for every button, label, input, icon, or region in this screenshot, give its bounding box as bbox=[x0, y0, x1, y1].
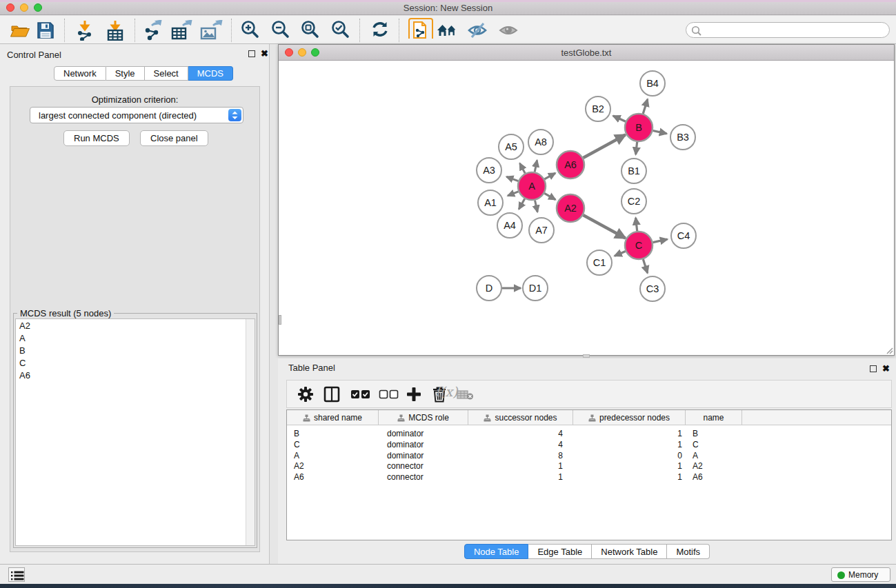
table-row[interactable]: Cdominator41C bbox=[287, 439, 891, 450]
table-cell[interactable]: 1 bbox=[573, 472, 686, 483]
tab-edge-table[interactable]: Edge Table bbox=[528, 544, 592, 559]
tab-network-table[interactable]: Network Table bbox=[592, 544, 667, 559]
table-cell[interactable]: dominator bbox=[379, 450, 468, 461]
graph-edge-C-C1[interactable] bbox=[615, 251, 626, 256]
mcds-result-list[interactable]: A2ABCA6 bbox=[15, 318, 255, 546]
show-eye-icon[interactable] bbox=[497, 20, 521, 41]
network-document-icon[interactable] bbox=[408, 18, 433, 39]
resize-grip-icon[interactable] bbox=[886, 347, 893, 354]
import-table-icon[interactable] bbox=[105, 20, 126, 41]
export-table-icon[interactable] bbox=[170, 20, 192, 41]
graph-node-A2[interactable]: A2 bbox=[557, 194, 584, 222]
tab-motifs[interactable]: Motifs bbox=[667, 544, 710, 559]
home-networks-icon[interactable] bbox=[436, 20, 459, 41]
graph-node-B1[interactable]: B1 bbox=[621, 159, 646, 183]
add-icon[interactable] bbox=[405, 385, 423, 403]
tab-node-table[interactable]: Node Table bbox=[464, 544, 529, 559]
column-header-name[interactable]: name bbox=[686, 410, 742, 425]
graph-edge-B-B4[interactable] bbox=[643, 99, 648, 114]
graph-node-C3[interactable]: C3 bbox=[640, 276, 665, 301]
table-cell[interactable]: A6 bbox=[686, 472, 742, 483]
table-cell[interactable]: dominator bbox=[379, 439, 468, 450]
table-cell[interactable]: A bbox=[287, 450, 379, 461]
graph-edge-B-B1[interactable] bbox=[636, 142, 637, 154]
table-cell[interactable]: 8 bbox=[468, 450, 573, 461]
graph-node-B2[interactable]: B2 bbox=[586, 97, 610, 121]
table-cell[interactable]: C bbox=[686, 439, 742, 450]
open-folder-icon[interactable] bbox=[10, 20, 30, 41]
network-graph[interactable]: B4B2BB3A8A5A6A3B1AC2A1A2A4A7C4CC1DD1C3 bbox=[279, 61, 893, 355]
graph-node-A3[interactable]: A3 bbox=[477, 158, 501, 183]
table-cell[interactable]: A bbox=[686, 450, 742, 461]
graph-node-D[interactable]: D bbox=[477, 276, 501, 301]
graph-node-A1[interactable]: A1 bbox=[478, 190, 503, 215]
close-panel-button[interactable]: Close panel bbox=[140, 130, 208, 146]
search-input[interactable] bbox=[704, 23, 884, 37]
graph-node-C4[interactable]: C4 bbox=[671, 223, 696, 248]
task-history-button[interactable] bbox=[8, 567, 25, 582]
table-cell[interactable]: connector bbox=[379, 472, 468, 483]
zoom-fit-icon[interactable] bbox=[300, 20, 321, 41]
graph-node-A6[interactable]: A6 bbox=[557, 151, 584, 179]
table-cell[interactable]: 4 bbox=[468, 439, 573, 450]
deselect-all-icon[interactable] bbox=[379, 389, 399, 399]
table-cell[interactable]: connector bbox=[379, 460, 468, 472]
result-list-item[interactable]: A2 bbox=[16, 319, 255, 332]
graph-node-D1[interactable]: D1 bbox=[523, 276, 548, 301]
result-list-item[interactable]: C bbox=[16, 356, 255, 369]
close-table-panel-icon[interactable]: ✖ bbox=[882, 363, 890, 374]
graph-node-A8[interactable]: A8 bbox=[528, 130, 553, 154]
graph-node-C2[interactable]: C2 bbox=[621, 189, 646, 214]
result-list-item[interactable]: A bbox=[16, 332, 255, 344]
table-cell[interactable]: 0 bbox=[573, 450, 686, 461]
zoom-in-icon[interactable] bbox=[240, 20, 261, 41]
graph-edge-A2-C[interactable] bbox=[583, 215, 625, 238]
export-image-icon[interactable] bbox=[199, 20, 223, 41]
tab-network[interactable]: Network bbox=[54, 66, 106, 81]
gear-icon[interactable] bbox=[297, 385, 315, 403]
save-icon[interactable] bbox=[36, 20, 55, 41]
graph-edge-A6-B[interactable] bbox=[583, 135, 625, 158]
tab-style[interactable]: Style bbox=[106, 66, 145, 81]
tab-select[interactable]: Select bbox=[145, 66, 188, 81]
graph-node-B3[interactable]: B3 bbox=[670, 125, 695, 150]
table-cell[interactable]: B bbox=[287, 428, 379, 439]
graph-edge-A-A1[interactable] bbox=[508, 192, 518, 196]
select-all-icon[interactable] bbox=[350, 389, 371, 399]
graph-node-B4[interactable]: B4 bbox=[640, 71, 665, 96]
table-cell[interactable]: A6 bbox=[287, 472, 379, 483]
graph-edge-A-A2[interactable] bbox=[544, 193, 555, 199]
memory-button[interactable]: Memory bbox=[831, 567, 890, 582]
delete-table-icon[interactable] bbox=[457, 389, 475, 401]
function-icon[interactable]: f(x) bbox=[435, 384, 458, 399]
refresh-icon[interactable] bbox=[370, 20, 390, 41]
result-list-item[interactable]: B bbox=[16, 344, 255, 356]
table-cell[interactable]: A2 bbox=[287, 460, 379, 472]
close-panel-icon[interactable]: ✖ bbox=[261, 48, 268, 59]
graph-edge-A-A5[interactable] bbox=[520, 163, 526, 174]
graph-node-A5[interactable]: A5 bbox=[499, 134, 524, 159]
graph-edge-A-A7[interactable] bbox=[535, 201, 537, 212]
result-list-item[interactable]: A6 bbox=[16, 369, 255, 381]
graph-edge-A-A4[interactable] bbox=[519, 199, 525, 209]
hide-eye-icon[interactable] bbox=[466, 20, 490, 41]
table-cell[interactable]: 1 bbox=[468, 460, 573, 472]
network-canvas[interactable]: B4B2BB3A8A5A6A3B1AC2A1A2A4A7C4CC1DD1C3 bbox=[279, 61, 893, 355]
table-cell[interactable]: 4 bbox=[468, 428, 573, 439]
column-header-successor-nodes[interactable]: successor nodes bbox=[468, 410, 573, 425]
search-field[interactable] bbox=[686, 22, 890, 38]
table-cell[interactable]: dominator bbox=[379, 428, 468, 439]
zoom-selected-icon[interactable] bbox=[330, 20, 351, 41]
graph-node-C1[interactable]: C1 bbox=[587, 250, 612, 275]
graph-edge-C-C3[interactable] bbox=[643, 259, 647, 273]
column-header-shared-name[interactable]: shared name bbox=[287, 410, 379, 425]
column-icon[interactable] bbox=[323, 385, 341, 403]
result-list-scrollbar[interactable] bbox=[246, 319, 255, 545]
table-cell[interactable]: C bbox=[287, 439, 379, 450]
table-cell[interactable]: A2 bbox=[686, 460, 742, 472]
float-table-panel-icon[interactable] bbox=[870, 365, 877, 372]
table-cell[interactable]: 1 bbox=[468, 472, 573, 483]
graph-node-A7[interactable]: A7 bbox=[529, 218, 554, 243]
graph-edge-A-A3[interactable] bbox=[506, 176, 518, 181]
table-row[interactable]: A2connector11A2 bbox=[287, 460, 891, 472]
